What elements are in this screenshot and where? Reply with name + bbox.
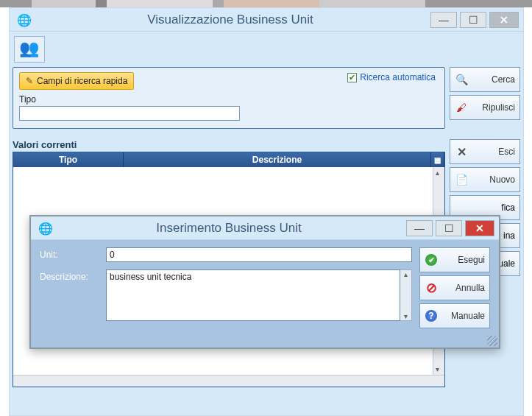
search-icon: [455, 73, 468, 86]
descrizione-textarea-wrap: ▴▾: [106, 269, 412, 321]
help-icon: [425, 309, 438, 322]
resize-grip[interactable]: [487, 336, 497, 346]
insert-dialog: 🌐 Inserimento Business Unit — ☐ ✕ Unit: …: [29, 215, 500, 349]
app-icon: 🌐: [17, 13, 30, 27]
nuovo-button[interactable]: Nuovo: [450, 167, 520, 192]
document-icon: [455, 173, 468, 186]
modal-body: Unit: Descrizione: ▴▾ Esegui Annulla: [31, 240, 499, 336]
brush-icon: [455, 101, 468, 114]
toolbar: [10, 32, 523, 67]
col-header-tipo[interactable]: Tipo: [13, 152, 124, 167]
users-toolbar-button[interactable]: [14, 36, 45, 63]
modal-close-button[interactable]: ✕: [465, 220, 494, 236]
cancel-icon: [425, 281, 438, 295]
auto-search-label: Ricerca automatica: [360, 72, 436, 82]
esci-button[interactable]: Esci: [450, 139, 520, 164]
quick-search-fields-button[interactable]: Campi di ricerca rapida: [19, 72, 134, 90]
minimize-button[interactable]: —: [430, 12, 457, 28]
auto-search-option: ✔ Ricerca automatica: [347, 72, 436, 82]
modal-minimize-button[interactable]: —: [406, 220, 433, 236]
unit-input[interactable]: [106, 247, 412, 262]
grid-header: Tipo Descrizione ▦: [13, 152, 444, 167]
main-title-bar[interactable]: 🌐 Visualizzazione Business Unit — ☐ ✕: [10, 8, 523, 32]
modal-app-icon: 🌐: [38, 222, 52, 235]
manuale-button[interactable]: Manuale: [419, 303, 490, 328]
descrizione-row: Descrizione: ▴▾: [40, 269, 412, 321]
grid-title: Valori correnti: [13, 139, 445, 150]
background-top-strip: [0, 0, 532, 7]
col-header-descrizione[interactable]: Descrizione: [124, 152, 431, 167]
descrizione-textarea[interactable]: [106, 269, 400, 321]
search-side-buttons: Cerca Ripulisci: [450, 67, 520, 129]
maximize-button[interactable]: ☐: [460, 12, 486, 28]
people-icon: [19, 39, 40, 60]
ripulisci-button[interactable]: Ripulisci: [450, 95, 520, 120]
esegui-button[interactable]: Esegui: [419, 247, 490, 272]
main-window-title: Visualizzazione Business Unit: [30, 13, 430, 27]
window-controls: — ☐ ✕: [430, 12, 519, 28]
quick-search-label: Campi di ricerca rapida: [37, 76, 127, 86]
unit-label: Unit:: [40, 247, 100, 260]
close-button[interactable]: ✕: [489, 12, 519, 28]
main-window: 🌐 Visualizzazione Business Unit — ☐ ✕ Ca…: [9, 7, 524, 416]
search-panel: Campi di ricerca rapida ✔ Ricerca automa…: [13, 67, 445, 129]
unit-row: Unit:: [40, 247, 412, 262]
modal-fields: Unit: Descrizione: ▴▾: [40, 247, 412, 328]
cerca-button[interactable]: Cerca: [450, 67, 520, 92]
close-icon: [455, 145, 468, 158]
textarea-scrollbar[interactable]: ▴▾: [400, 269, 412, 321]
check-icon: [425, 253, 438, 267]
modal-maximize-button[interactable]: ☐: [436, 220, 462, 236]
annulla-button[interactable]: Annulla: [419, 275, 490, 300]
auto-search-checkbox[interactable]: ✔: [347, 73, 357, 82]
descrizione-label: Descrizione:: [40, 269, 100, 282]
tipo-field-label: Tipo: [19, 94, 439, 105]
modal-title-bar[interactable]: 🌐 Inserimento Business Unit — ☐ ✕: [31, 216, 499, 240]
grid-scrollbar-horizontal[interactable]: [13, 375, 444, 387]
search-row: Campi di ricerca rapida ✔ Ricerca automa…: [10, 67, 523, 129]
modal-window-controls: — ☐ ✕: [406, 220, 494, 236]
modal-title: Inserimento Business Unit: [52, 221, 406, 236]
tipo-input[interactable]: [19, 106, 240, 121]
col-header-extra[interactable]: ▦: [431, 152, 444, 167]
wand-icon: [26, 76, 33, 86]
modal-buttons: Esegui Annulla Manuale: [419, 247, 490, 328]
